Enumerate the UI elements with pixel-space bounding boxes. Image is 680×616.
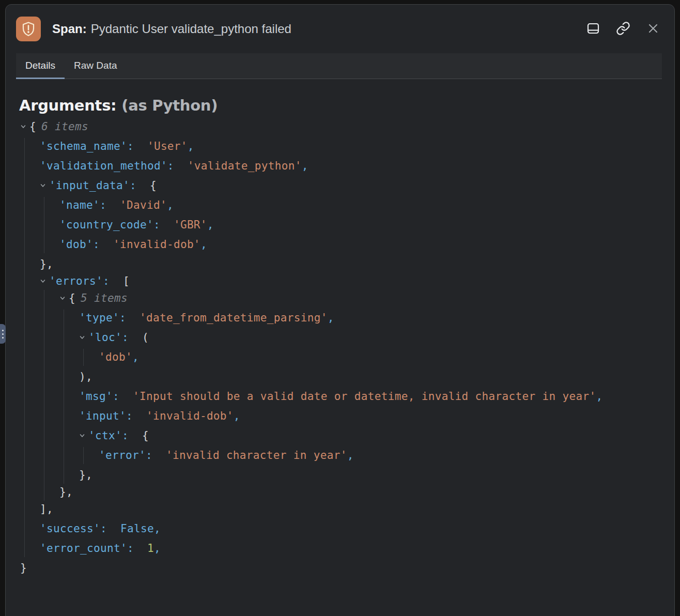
json-key: , (328, 312, 334, 324)
details-content: Arguments: (as Python) {6 items'schema_n… (6, 97, 674, 577)
json-punct: ), (79, 371, 92, 383)
json-string: 'Input should be a valid date or datetim… (133, 390, 596, 403)
json-punct: { (142, 429, 149, 442)
tab-raw-data-label: Raw Data (74, 60, 117, 71)
tree-children: 'dob', (83, 349, 661, 366)
tree-row: 'country_code': 'GBR', (59, 217, 661, 234)
item-count: 5 items (81, 292, 128, 304)
json-key: , (200, 238, 207, 251)
json-key: 'validation_method': (40, 160, 188, 172)
json-bool: False (120, 522, 154, 535)
json-key: 'error': (99, 449, 166, 461)
json-punct: ( (142, 331, 149, 344)
tree-row: }, (40, 256, 661, 273)
json-key: , (347, 449, 354, 461)
json-key: 'error_count': (40, 542, 147, 555)
tree-row: 'loc': ( (79, 329, 661, 346)
json-number: 1 (147, 542, 154, 555)
arguments-heading-main: Arguments: (19, 97, 116, 114)
close-button[interactable] (644, 20, 662, 38)
tree-row: 'input_data': { (40, 177, 661, 194)
json-key: , (154, 522, 161, 535)
tree-row: 'input': 'invalid-dob', (79, 408, 661, 425)
json-key: 'loc': (88, 331, 142, 344)
json-string: 'validate_python' (188, 160, 302, 172)
collapse-chevron-icon[interactable] (79, 427, 88, 444)
json-punct: }, (40, 258, 53, 270)
json-key: , (188, 140, 194, 152)
tree-row: ), (79, 368, 661, 386)
tree-row: }, (59, 484, 661, 501)
json-key: 'country_code': (59, 219, 174, 231)
json-punct: }, (59, 486, 73, 498)
tab-details[interactable]: Details (16, 53, 65, 79)
copy-link-button[interactable] (614, 20, 632, 38)
span-error-shield-icon (16, 17, 41, 41)
json-string: 'dob' (99, 351, 132, 363)
tab-raw-data[interactable]: Raw Data (65, 53, 126, 79)
span-detail-panel: Span:Pydantic User validate_python faile… (5, 4, 675, 616)
json-string: 'date_from_datetime_parsing' (140, 312, 328, 324)
json-key: , (154, 542, 161, 555)
json-punct: }, (79, 469, 92, 481)
json-punct: { (69, 292, 75, 304)
json-key: 'success': (40, 522, 120, 535)
collapse-chevron-icon[interactable] (20, 118, 29, 135)
collapse-chevron-icon[interactable] (40, 273, 49, 290)
panel-title: Span:Pydantic User validate_python faile… (52, 22, 573, 36)
json-key: 'name': (59, 199, 120, 211)
json-key: 'type': (79, 312, 140, 324)
collapse-chevron-icon[interactable] (59, 290, 69, 307)
json-punct: [ (123, 275, 130, 287)
tree-row: 'schema_name': 'User', (40, 138, 661, 155)
tree-row: 'type': 'date_from_datetime_parsing', (79, 310, 661, 327)
json-punct: } (20, 562, 27, 574)
tree-row: 'validation_method': 'validate_python', (40, 158, 661, 175)
json-string: 'David' (120, 199, 167, 211)
json-string: 'invalid character in year' (166, 449, 347, 461)
tab-bar: Details Raw Data (16, 53, 662, 79)
item-count: 6 items (41, 120, 88, 133)
tree-row: }, (79, 467, 661, 484)
tab-details-label: Details (25, 60, 55, 71)
json-key: 'input_data': (49, 179, 150, 192)
tree-children: 'schema_name': 'User','validation_method… (24, 138, 661, 557)
json-key: , (596, 390, 602, 403)
tree-row: 'errors': [ (40, 273, 661, 290)
json-key: 'input': (79, 410, 146, 422)
tree-children: 'type': 'date_from_datetime_parsing','lo… (64, 310, 661, 484)
tree-row: 'ctx': { (79, 427, 661, 444)
json-punct: ], (40, 503, 53, 515)
tree-row: 'dob', (99, 349, 661, 366)
panel-drag-handle[interactable] (0, 324, 6, 344)
json-string: 'User' (147, 140, 188, 152)
json-string: 'GBR' (174, 219, 207, 231)
tree-row: 'msg': 'Input should be a valid date or … (79, 388, 661, 405)
tree-row: ], (40, 501, 661, 518)
tree-row: 'error': 'invalid character in year', (99, 447, 661, 464)
grip-dot (2, 333, 4, 335)
json-key: , (302, 160, 308, 172)
grip-dot (2, 337, 4, 338)
tree-row: } (20, 560, 661, 577)
json-key: 'dob': (59, 238, 113, 251)
json-string: 'invalid-dob' (113, 238, 200, 251)
collapse-chevron-icon[interactable] (40, 177, 49, 194)
json-key: 'errors': (49, 275, 123, 287)
close-icon (646, 22, 660, 37)
arguments-heading: Arguments: (as Python) (19, 97, 661, 114)
json-key: , (207, 219, 214, 231)
panel-header: Span:Pydantic User validate_python faile… (6, 5, 674, 53)
json-string: 'invalid-dob' (146, 410, 234, 422)
json-key: 'ctx': (88, 429, 142, 442)
json-key: , (234, 410, 240, 422)
collapse-chevron-icon[interactable] (79, 329, 88, 346)
grip-dot (2, 330, 4, 331)
arguments-heading-suffix: (as Python) (121, 97, 218, 114)
dock-panel-button[interactable] (584, 20, 602, 38)
span-kind-label: Span: (52, 22, 87, 36)
json-key: 'schema_name': (40, 140, 147, 152)
json-key: , (167, 199, 174, 211)
json-punct: { (29, 120, 36, 133)
tree-row: {5 items (59, 290, 661, 307)
